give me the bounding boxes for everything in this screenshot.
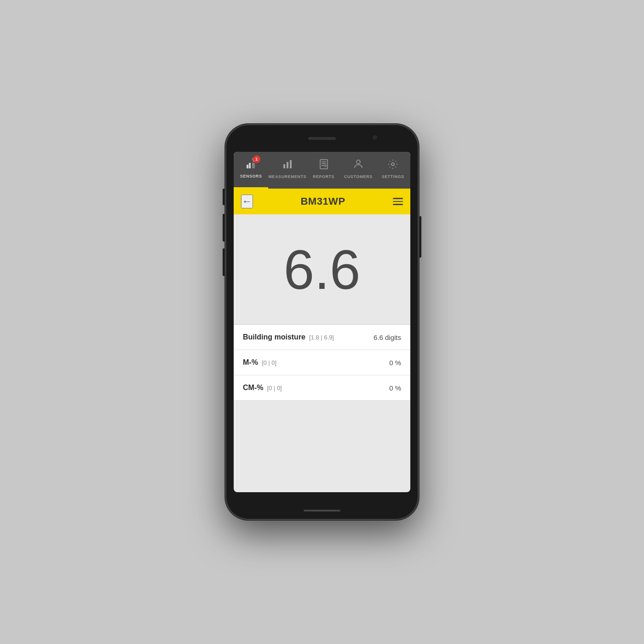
reports-icon — [318, 159, 329, 172]
menu-line-3 — [393, 204, 403, 205]
svg-rect-1 — [249, 163, 251, 168]
measurements-list: Building moisture [1.8 | 6.9] 6.6 digits… — [234, 325, 410, 401]
svg-rect-0 — [247, 165, 248, 168]
svg-point-13 — [391, 163, 394, 166]
front-camera — [373, 135, 377, 140]
measurement-left-1: Building moisture [1.8 | 6.9] — [243, 333, 334, 341]
measurement-row-m-percent[interactable]: M-% [0 | 0] 0 % — [234, 350, 410, 375]
measurement-left-3: CM-% [0 | 0] — [243, 384, 282, 392]
main-value-area: 6.6 — [234, 214, 410, 325]
menu-line-2 — [393, 201, 403, 202]
nav-item-measurements[interactable]: MEASUREMENTS — [268, 152, 306, 189]
customers-icon — [353, 159, 364, 172]
svg-point-12 — [356, 160, 360, 164]
svg-rect-7 — [320, 160, 328, 169]
measurement-value-1: 6.6 digits — [374, 334, 401, 341]
menu-button[interactable] — [393, 198, 403, 205]
settings-icon — [387, 159, 398, 172]
measurement-row-cm-percent[interactable]: CM-% [0 | 0] 0 % — [234, 375, 410, 401]
measurements-label: MEASUREMENTS — [268, 174, 306, 179]
menu-line-1 — [393, 198, 403, 199]
measurement-left-2: M-% [0 | 0] — [243, 358, 276, 367]
measurement-range-2: [0 | 0] — [262, 359, 276, 366]
nav-item-reports[interactable]: REPORTS — [306, 152, 341, 189]
back-button[interactable]: ← — [241, 195, 253, 208]
earpiece — [308, 137, 336, 140]
sensors-label: SENSORS — [240, 174, 262, 178]
volume-up-button[interactable] — [223, 214, 225, 242]
measurement-name-2: M-% — [243, 358, 258, 367]
customers-label: CUSTOMERS — [344, 174, 373, 179]
sensors-badge: 1 — [253, 155, 260, 163]
power-button[interactable] — [419, 216, 421, 258]
svg-rect-11 — [324, 165, 327, 167]
svg-rect-3 — [252, 163, 255, 168]
phone-device: 1 SENSORS MEASUREMENTS — [225, 124, 419, 520]
home-indicator[interactable] — [304, 510, 340, 512]
nav-item-sensors[interactable]: 1 SENSORS — [234, 152, 268, 189]
volume-silent-button[interactable] — [223, 189, 225, 205]
measurement-range-3: [0 | 0] — [267, 385, 282, 391]
page-title: BM31WP — [300, 196, 345, 207]
sensors-icon: 1 — [246, 158, 257, 172]
nav-item-settings[interactable]: SETTINGS — [376, 152, 410, 189]
reports-label: REPORTS — [313, 174, 334, 179]
measurement-range-1: [1.8 | 6.9] — [309, 334, 334, 341]
svg-rect-6 — [290, 160, 292, 168]
phone-body: 1 SENSORS MEASUREMENTS — [225, 124, 419, 520]
bottom-area — [234, 401, 410, 456]
measurement-value-3: 0 % — [389, 384, 401, 392]
volume-down-button[interactable] — [223, 248, 225, 276]
measurements-icon — [282, 159, 293, 172]
settings-label: SETTINGS — [382, 174, 404, 179]
phone-screen: 1 SENSORS MEASUREMENTS — [234, 152, 410, 492]
svg-rect-5 — [287, 162, 288, 168]
measurement-row-building-moisture[interactable]: Building moisture [1.8 | 6.9] 6.6 digits — [234, 325, 410, 350]
main-reading-value: 6.6 — [284, 242, 361, 297]
measurement-name-1: Building moisture — [243, 333, 305, 341]
nav-item-customers[interactable]: CUSTOMERS — [341, 152, 375, 189]
nav-bar: 1 SENSORS MEASUREMENTS — [234, 152, 410, 189]
measurement-value-2: 0 % — [389, 359, 401, 367]
svg-rect-4 — [283, 164, 285, 168]
measurement-name-3: CM-% — [243, 384, 263, 392]
page-header: ← BM31WP — [234, 189, 410, 214]
